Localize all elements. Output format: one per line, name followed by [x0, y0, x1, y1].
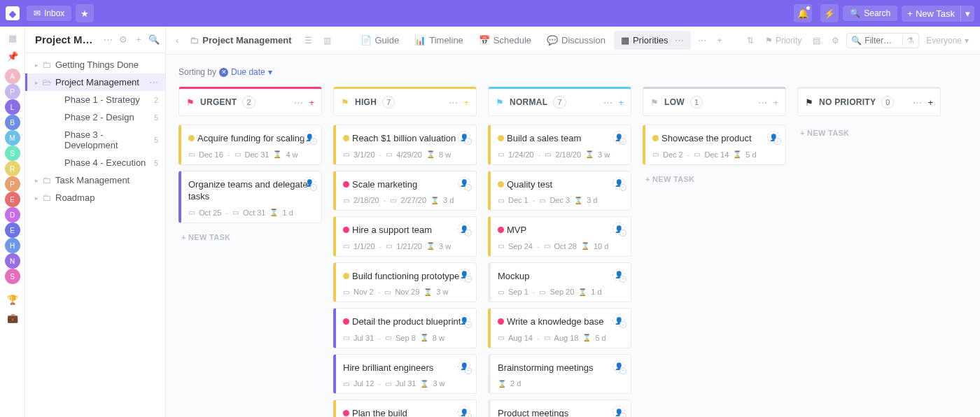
- view-list-icon[interactable]: ☰: [300, 33, 316, 48]
- column-add-icon[interactable]: +: [927, 97, 933, 108]
- column-more-icon[interactable]: ⋯: [913, 97, 922, 108]
- add-assignee-icon[interactable]: +: [465, 367, 472, 374]
- task-card[interactable]: Build functioning prototype👤+▭Nov 2-▭Nov…: [333, 262, 477, 303]
- assignee-avatar[interactable]: 👤+: [612, 177, 625, 190]
- assignee-avatar[interactable]: 👤+: [458, 131, 470, 143]
- remove-sort-icon[interactable]: ✕: [219, 68, 228, 77]
- quick-action-button[interactable]: ⚡: [820, 4, 839, 22]
- view-more-icon[interactable]: ⋯: [694, 33, 710, 48]
- filter-input[interactable]: [864, 36, 899, 45]
- column-add-icon[interactable]: +: [463, 97, 469, 108]
- column-more-icon[interactable]: ⋯: [449, 97, 458, 108]
- add-assignee-icon[interactable]: +: [620, 138, 626, 145]
- view-tab[interactable]: 📄Guide: [354, 31, 407, 50]
- sidebar-add-icon[interactable]: +: [133, 34, 144, 45]
- column-add-icon[interactable]: +: [773, 97, 778, 108]
- sidebar-folder[interactable]: ▸🗀Getting Things Done: [25, 56, 165, 73]
- sidebar-item-more-icon[interactable]: ⋯: [149, 77, 158, 87]
- filter-box[interactable]: 🔍 ⚗: [846, 33, 919, 48]
- view-tab-more-icon[interactable]: ⋯: [675, 35, 684, 45]
- sidebar-settings-icon[interactable]: ⚙: [118, 34, 129, 45]
- add-assignee-icon[interactable]: +: [620, 367, 626, 374]
- new-task-link[interactable]: + NEW TASK: [797, 125, 941, 141]
- column-add-icon[interactable]: +: [618, 97, 624, 108]
- assignee-avatar[interactable]: 👤+: [612, 314, 625, 327]
- assignee-avatar[interactable]: 👤+: [767, 131, 780, 143]
- view-board-icon[interactable]: ▥: [319, 33, 335, 48]
- add-assignee-icon[interactable]: +: [620, 276, 626, 283]
- search-button[interactable]: 🔍 Search: [843, 6, 897, 21]
- assignee-avatar[interactable]: 👤+: [303, 131, 316, 143]
- sort-direction-icon[interactable]: ⇅: [743, 33, 758, 48]
- view-tab[interactable]: ▦Priorities⋯: [614, 31, 691, 50]
- user-avatar[interactable]: P: [5, 84, 20, 99]
- task-card[interactable]: Hire a support team👤+▭1/1/20-▭1/21/20⌛3 …: [333, 216, 477, 257]
- task-card[interactable]: Scale marketing👤+▭2/18/20-▭2/27/20⌛3 d: [333, 171, 477, 211]
- sidebar-search-icon[interactable]: 🔍: [148, 34, 160, 45]
- sidebar-list-item[interactable]: Phase 4 - Execution5: [25, 154, 165, 171]
- app-logo[interactable]: ◆: [6, 6, 20, 20]
- favorite-button[interactable]: ★: [76, 4, 94, 22]
- add-assignee-icon[interactable]: +: [465, 321, 472, 328]
- trophy-icon[interactable]: 🏆: [7, 294, 18, 305]
- sidebar-list-item[interactable]: Phase 2 - Design5: [25, 108, 165, 126]
- user-avatar[interactable]: B: [5, 115, 20, 130]
- assignee-avatar[interactable]: 👤+: [458, 314, 470, 327]
- task-card[interactable]: MVP👤+▭Sep 24-▭Oct 28⌛10 d: [488, 216, 631, 257]
- user-avatar[interactable]: H: [5, 238, 20, 253]
- assignee-avatar[interactable]: 👤+: [612, 360, 625, 373]
- user-avatar[interactable]: L: [5, 99, 20, 115]
- task-card[interactable]: Reach $1 billion valuation👤+▭3/1/20-▭4/2…: [333, 125, 477, 165]
- new-task-link[interactable]: + NEW TASK: [178, 229, 322, 246]
- view-tab[interactable]: 📅Schedule: [472, 31, 538, 50]
- people-filter[interactable]: Everyone ▾: [922, 33, 973, 48]
- user-avatar[interactable]: D: [5, 207, 20, 222]
- nav-back-icon[interactable]: ‹: [173, 32, 181, 48]
- user-avatar[interactable]: E: [5, 192, 20, 207]
- add-assignee-icon[interactable]: +: [465, 138, 472, 145]
- assignee-avatar[interactable]: 👤+: [612, 131, 625, 143]
- settings-icon[interactable]: ⚙: [827, 33, 844, 48]
- add-assignee-icon[interactable]: +: [620, 321, 626, 328]
- breadcrumb[interactable]: 🗀 Project Management: [184, 32, 297, 48]
- add-assignee-icon[interactable]: +: [620, 184, 626, 191]
- assignee-avatar[interactable]: 👤+: [612, 222, 625, 235]
- sidebar-more-icon[interactable]: ⋯: [102, 34, 113, 45]
- task-card[interactable]: Showcase the product👤+▭Dec 2-▭Dec 14⌛5 d: [643, 125, 786, 165]
- sidebar-folder[interactable]: ▸🗀Roadmap: [25, 189, 165, 206]
- add-view-icon[interactable]: +: [713, 33, 727, 48]
- inbox-button[interactable]: ✉ Inbox: [27, 6, 71, 21]
- column-add-icon[interactable]: +: [309, 97, 314, 108]
- add-assignee-icon[interactable]: +: [465, 413, 472, 417]
- add-assignee-icon[interactable]: +: [310, 184, 317, 191]
- user-avatar[interactable]: R: [5, 161, 20, 176]
- notifications-button[interactable]: 🔔: [794, 4, 812, 22]
- add-assignee-icon[interactable]: +: [310, 138, 317, 145]
- assignee-avatar[interactable]: 👤+: [458, 406, 470, 417]
- add-assignee-icon[interactable]: +: [465, 229, 472, 236]
- add-assignee-icon[interactable]: +: [465, 184, 472, 191]
- task-card[interactable]: Build a sales team👤+▭1/24/20-▭2/18/20⌛3 …: [488, 125, 631, 165]
- assignee-avatar[interactable]: 👤+: [458, 269, 470, 281]
- user-avatar[interactable]: N: [5, 253, 20, 269]
- view-tab[interactable]: 📊Timeline: [407, 31, 470, 50]
- assignee-avatar[interactable]: 👤+: [458, 222, 470, 235]
- assignee-avatar[interactable]: 👤+: [458, 177, 470, 190]
- view-tab[interactable]: 💬Discussion: [540, 31, 612, 50]
- column-more-icon[interactable]: ⋯: [294, 97, 303, 108]
- sidebar-folder[interactable]: ▸🗁Project Management⋯: [25, 73, 165, 91]
- filter-icon[interactable]: ⚗: [902, 36, 914, 45]
- apps-icon[interactable]: ▦: [7, 32, 18, 43]
- sidebar-folder[interactable]: ▸🗀Task Management: [25, 171, 165, 189]
- task-card[interactable]: Organize teams and delegate tasks👤+▭Oct …: [178, 171, 322, 223]
- task-card[interactable]: Acquire funding for scaling👤+▭Dec 16-▭De…: [178, 125, 322, 165]
- add-assignee-icon[interactable]: +: [465, 276, 472, 283]
- task-card[interactable]: Quality test👤+▭Dec 1-▭Dec 3⌛3 d: [488, 171, 631, 211]
- task-card[interactable]: Mockup👤+▭Sep 1-▭Sep 20⌛1 d: [488, 262, 631, 303]
- task-card[interactable]: Brainstorming meetings👤+⌛2 d: [488, 354, 631, 395]
- user-avatar[interactable]: A: [5, 69, 20, 84]
- user-avatar[interactable]: S: [5, 269, 20, 284]
- user-avatar[interactable]: M: [5, 130, 20, 146]
- sidebar-list-item[interactable]: Phase 3 - Development5: [25, 126, 165, 154]
- task-card[interactable]: Detail the product blueprint👤+▭Jul 31-▭S…: [333, 308, 477, 348]
